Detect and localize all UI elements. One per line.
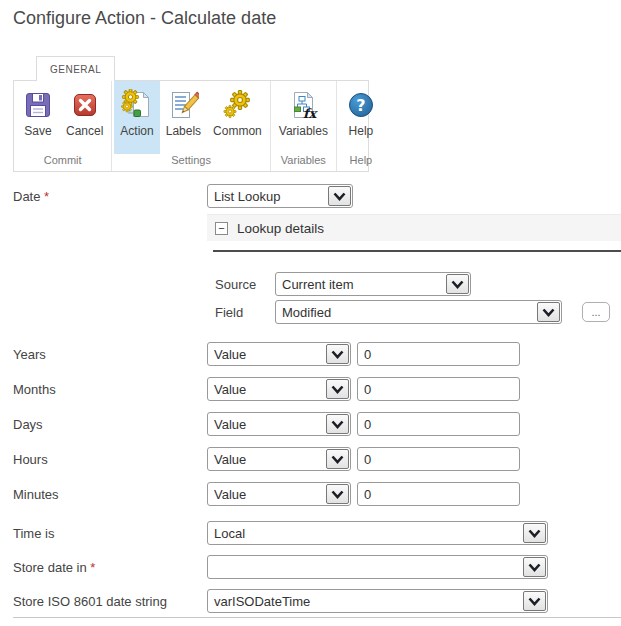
hours-mode-value: Value <box>214 452 246 467</box>
required-marker: * <box>90 560 95 575</box>
months-mode-value: Value <box>214 382 246 397</box>
years-label: Years <box>13 347 46 362</box>
chevron-down-icon <box>331 420 344 429</box>
dropdown-arrow[interactable] <box>523 591 546 611</box>
cancel-button[interactable]: Cancel <box>60 81 109 154</box>
required-marker: * <box>44 189 49 204</box>
chevron-down-icon <box>528 529 541 538</box>
labels-icon <box>167 89 199 121</box>
chevron-down-icon <box>528 563 541 572</box>
bottom-divider <box>13 617 621 618</box>
page-title: Configure Action - Calculate date <box>13 8 276 29</box>
source-label: Source <box>215 277 256 292</box>
source-select[interactable]: Current item <box>275 272 471 296</box>
chevron-down-icon <box>331 455 344 464</box>
minutes-value-input[interactable] <box>357 482 520 506</box>
svg-text:?: ? <box>356 96 365 115</box>
years-value-input[interactable] <box>357 342 520 366</box>
common-button-label: Common <box>213 124 262 138</box>
field-select[interactable]: Modified <box>275 300 562 324</box>
dropdown-arrow[interactable] <box>326 379 349 399</box>
tab-general[interactable]: GENERAL <box>36 56 115 81</box>
field-browse-button[interactable]: ... <box>582 302 610 322</box>
ribbon-group-help: ? Help Help <box>337 81 385 171</box>
save-button[interactable]: Save <box>16 81 60 154</box>
ribbon-group-commit-label: Commit <box>14 154 111 171</box>
field-label: Field <box>215 305 243 320</box>
store-iso-select[interactable]: varISODateTime <box>207 589 548 613</box>
dropdown-arrow[interactable] <box>326 449 349 469</box>
days-value-input[interactable] <box>357 412 520 436</box>
field-select-value: Modified <box>282 305 331 320</box>
action-icon <box>121 89 153 121</box>
collapse-toggle[interactable]: − <box>215 222 228 235</box>
hours-label: Hours <box>13 452 48 467</box>
chevron-down-icon <box>542 308 555 317</box>
time-is-select[interactable]: Local <box>207 521 548 545</box>
dropdown-arrow[interactable] <box>326 484 349 504</box>
chevron-down-icon <box>331 385 344 394</box>
dropdown-arrow[interactable] <box>537 302 560 322</box>
source-select-value: Current item <box>282 277 354 292</box>
action-button-label: Action <box>120 124 153 138</box>
minutes-mode-value: Value <box>214 487 246 502</box>
months-label: Months <box>13 382 56 397</box>
hours-value-input[interactable] <box>357 447 520 471</box>
days-label: Days <box>13 417 43 432</box>
ribbon-group-commit: Save Cancel Commit <box>14 81 112 171</box>
cancel-icon <box>69 89 101 121</box>
labels-button[interactable]: Labels <box>160 81 207 154</box>
dropdown-arrow[interactable] <box>326 414 349 434</box>
dropdown-arrow[interactable] <box>328 186 351 206</box>
dropdown-arrow[interactable] <box>523 523 546 543</box>
ribbon-group-settings-buttons: Action <box>112 81 269 154</box>
minutes-mode-select[interactable]: Value <box>207 482 351 506</box>
store-iso-value: varISODateTime <box>214 594 310 609</box>
svg-text:fx: fx <box>303 106 319 121</box>
dropdown-arrow[interactable] <box>523 557 546 577</box>
minus-icon: − <box>218 223 224 233</box>
ribbon-group-variables-label: Variables <box>271 154 336 171</box>
ribbon-group-settings-label: Settings <box>112 154 269 171</box>
years-mode-value: Value <box>214 347 246 362</box>
variables-icon: fx <box>287 89 319 121</box>
save-button-label: Save <box>24 124 51 138</box>
help-button[interactable]: ? Help <box>339 81 383 154</box>
ribbon-group-variables-buttons: fx Variables <box>271 81 336 154</box>
chevron-down-icon <box>331 350 344 359</box>
common-icon <box>221 89 253 121</box>
help-icon: ? <box>345 89 377 121</box>
chevron-down-icon <box>331 490 344 499</box>
time-is-value: Local <box>214 526 245 541</box>
years-mode-select[interactable]: Value <box>207 342 351 366</box>
days-mode-select[interactable]: Value <box>207 412 351 436</box>
ribbon: Save Cancel Commit <box>13 80 369 172</box>
action-button[interactable]: Action <box>114 81 159 154</box>
dropdown-arrow[interactable] <box>446 274 469 294</box>
lookup-details-label: Lookup details <box>237 221 324 236</box>
time-is-label: Time is <box>13 526 54 541</box>
ribbon-group-help-label: Help <box>337 154 385 171</box>
minutes-label: Minutes <box>13 487 59 502</box>
cancel-button-label: Cancel <box>66 124 103 138</box>
dropdown-arrow[interactable] <box>326 344 349 364</box>
ribbon-group-help-buttons: ? Help <box>337 81 385 154</box>
labels-button-label: Labels <box>166 124 201 138</box>
months-value-input[interactable] <box>357 377 520 401</box>
chevron-down-icon <box>451 280 464 289</box>
variables-button[interactable]: fx Variables <box>273 81 334 154</box>
common-button[interactable]: Common <box>207 81 268 154</box>
ribbon-group-variables: fx Variables Variables <box>271 81 337 171</box>
save-icon <box>22 89 54 121</box>
hours-mode-select[interactable]: Value <box>207 447 351 471</box>
date-select[interactable]: List Lookup <box>207 184 353 208</box>
chevron-down-icon <box>528 597 541 606</box>
variables-button-label: Variables <box>279 124 328 138</box>
chevron-down-icon <box>333 192 346 201</box>
ribbon-group-commit-buttons: Save Cancel <box>14 81 111 154</box>
store-date-in-select[interactable] <box>207 555 548 579</box>
configure-action-dialog: Configure Action - Calculate date GENERA… <box>0 0 621 626</box>
months-mode-select[interactable]: Value <box>207 377 351 401</box>
date-select-value: List Lookup <box>214 189 281 204</box>
date-label: Date * <box>13 189 49 204</box>
